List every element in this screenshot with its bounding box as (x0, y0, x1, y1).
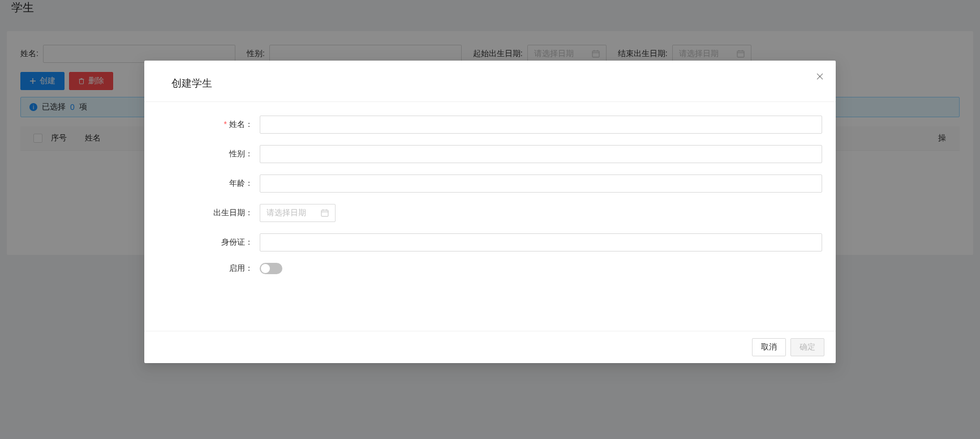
id-input[interactable] (260, 233, 822, 252)
birth-date-placeholder: 请选择日期 (267, 208, 306, 218)
form-label-name: *姓名： (158, 120, 260, 130)
confirm-button-label: 确定 (800, 342, 815, 352)
form-row-age: 年龄： (158, 174, 822, 193)
create-student-modal: 创建学生 *姓名： 性别： 年龄： (144, 61, 836, 363)
form-control-age (260, 174, 822, 193)
form-control-gender (260, 145, 822, 163)
form-control-birth: 请选择日期 (260, 204, 822, 222)
confirm-button[interactable]: 确定 (790, 338, 824, 356)
form-control-id (260, 233, 822, 252)
form-row-id: 身份证： (158, 233, 822, 252)
cancel-button[interactable]: 取消 (752, 338, 786, 356)
modal-title: 创建学生 (171, 76, 822, 90)
svg-rect-15 (321, 210, 328, 216)
modal-body: *姓名： 性别： 年龄： 出生日期： (144, 102, 836, 331)
close-icon (816, 73, 824, 80)
form-row-birth: 出生日期： 请选择日期 (158, 204, 822, 222)
modal-close-button[interactable] (813, 70, 827, 83)
form-label-id: 身份证： (158, 237, 260, 248)
form-label-enable: 启用： (158, 263, 260, 274)
age-input[interactable] (260, 174, 822, 193)
required-mark: * (224, 120, 227, 129)
form-label-birth: 出生日期： (158, 208, 260, 218)
name-input[interactable] (260, 116, 822, 134)
form-row-gender: 性别： (158, 145, 822, 163)
cancel-button-label: 取消 (761, 342, 777, 352)
form-label-age: 年龄： (158, 178, 260, 189)
gender-input[interactable] (260, 145, 822, 163)
modal-header: 创建学生 (144, 61, 836, 102)
form-control-enable (260, 263, 822, 274)
birth-date-picker[interactable]: 请选择日期 (260, 204, 336, 222)
enable-switch[interactable] (260, 263, 282, 274)
form-row-enable: 启用： (158, 263, 822, 274)
form-row-name: *姓名： (158, 116, 822, 134)
form-control-name (260, 116, 822, 134)
modal-mask[interactable]: 创建学生 *姓名： 性别： 年龄： (0, 0, 980, 439)
modal-footer: 取消 确定 (144, 331, 836, 363)
form-label-gender: 性别： (158, 149, 260, 159)
calendar-icon (321, 209, 329, 217)
